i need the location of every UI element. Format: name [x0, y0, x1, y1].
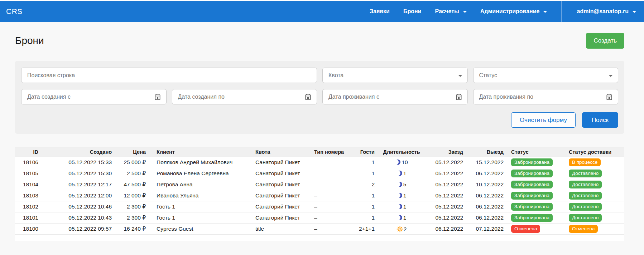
cell-status: Забронирована	[507, 212, 565, 224]
search-field-wrap	[21, 68, 317, 83]
status-badge: Забронирована	[511, 158, 553, 166]
cell-created: 05.12.2022 10:46	[42, 201, 115, 212]
clear-form-button[interactable]: Очистить форму	[511, 112, 576, 128]
chevron-down-icon	[609, 75, 613, 77]
filter-actions: Очистить форму Поиск	[21, 112, 618, 128]
status-select[interactable]: Статус	[473, 68, 619, 83]
cell-duration: 5	[378, 179, 425, 190]
calendar-icon[interactable]	[455, 93, 462, 100]
quota-select[interactable]: Квота	[322, 68, 468, 83]
filter-panel: Квота Статус	[15, 61, 624, 134]
cell-client: Иванова Ульяна	[149, 190, 249, 201]
quota-select-placeholder: Квота	[328, 72, 458, 79]
user-menu[interactable]: admin@sanatop.ru	[562, 1, 644, 22]
cell-delivery-status: Доставлено	[565, 201, 624, 212]
cell-delivery-status: Доставлено	[565, 168, 624, 179]
search-input[interactable]	[27, 72, 312, 79]
table-row[interactable]: 1810505.12.2022 15:302 500 ₽Романова Еле…	[15, 168, 624, 179]
date-stay-to-input[interactable]	[479, 94, 603, 100]
cell-guests: 2+1+1	[353, 224, 378, 235]
nav-item-administration[interactable]: Администрирование	[480, 1, 547, 22]
navbar-spacer	[23, 1, 356, 22]
cell-guests: 2	[353, 179, 378, 190]
status-badge: Доставлено	[569, 203, 602, 211]
bookings-table-wrap: IDСозданоЦенаКлиентКвотаТип номераГостиД…	[15, 147, 624, 241]
app-logo[interactable]: CRS	[6, 1, 23, 22]
column-header: Тип номера	[310, 147, 353, 157]
cell-check-in: 05.12.2022	[425, 157, 467, 168]
column-header: Квота	[249, 147, 310, 157]
date-created-to-input[interactable]	[178, 94, 302, 100]
chevron-down-icon	[633, 11, 636, 13]
main-nav: Заявки Брони Расчеты Администрирование	[356, 1, 547, 22]
nav-item-requests[interactable]: Заявки	[370, 1, 390, 22]
calendar-icon[interactable]	[304, 93, 312, 100]
date-stay-from-input[interactable]	[328, 94, 452, 100]
nav-item-label: Заявки	[370, 8, 390, 15]
cell-price: 47 500 ₽	[115, 179, 149, 190]
nav-item-bookings[interactable]: Брони	[403, 1, 422, 22]
status-badge: Забронирована	[511, 192, 553, 200]
table-body: 1810605.12.2022 15:3325 000 ₽Поляков Анд…	[15, 157, 624, 235]
filter-grid: Квота Статус	[21, 68, 618, 104]
column-header: Статус доставки	[565, 147, 624, 157]
table-row[interactable]: 1810005.12.2022 09:5716 240 ₽Cypress Gue…	[15, 224, 624, 235]
cell-guests: 1	[353, 212, 378, 224]
date-stay-from-field	[322, 89, 468, 104]
cell-delivery-status: Доставлено	[565, 190, 624, 201]
cell-id: 18105	[15, 168, 42, 179]
cell-duration: 1	[378, 190, 425, 201]
cell-check-out: 10.12.2022	[467, 179, 507, 190]
cell-id: 18100	[15, 224, 42, 235]
cell-room-type: –	[310, 212, 353, 224]
cell-id: 18104	[15, 179, 42, 190]
cell-guests: 1	[353, 190, 378, 201]
date-created-from-input[interactable]	[27, 94, 151, 100]
moon-icon	[397, 215, 402, 220]
cell-quota: Санаторий Пикет	[249, 157, 310, 168]
cell-check-in: 05.12.2022	[425, 179, 467, 190]
cell-created: 05.12.2022 15:30	[42, 168, 115, 179]
status-badge: Доставлено	[569, 181, 602, 188]
table-row[interactable]: 1810405.12.2022 12:1747 500 ₽Петрова Анн…	[15, 179, 624, 190]
moon-icon	[395, 160, 400, 165]
duration-value: 1	[403, 203, 407, 210]
duration-value: 10	[402, 159, 408, 165]
table-row[interactable]: 1810605.12.2022 15:3325 000 ₽Поляков Анд…	[15, 157, 624, 168]
nav-item-calculations[interactable]: Расчеты	[435, 1, 466, 22]
cell-check-in: 05.12.2022	[425, 190, 467, 201]
column-header: Гости	[353, 147, 378, 157]
duration-value: 1	[403, 170, 407, 176]
table-row[interactable]: 1810305.12.2022 12:0012 000 ₽Иванова Уль…	[15, 190, 624, 201]
status-badge: Отменена	[511, 225, 540, 233]
cell-status: Отменена	[507, 224, 565, 235]
calendar-icon[interactable]	[154, 93, 161, 100]
sun-icon	[397, 226, 403, 232]
date-created-from-field	[21, 89, 167, 104]
user-email: admin@sanatop.ru	[577, 8, 629, 15]
calendar-icon[interactable]	[606, 93, 613, 100]
create-button[interactable]: Создать	[586, 33, 624, 49]
cell-delivery-status: Доставлено	[565, 179, 624, 190]
cell-quota: title	[249, 224, 310, 235]
cell-price: 12 000 ₽	[115, 190, 149, 201]
moon-icon	[397, 204, 402, 209]
table-header-row: IDСозданоЦенаКлиентКвотаТип номераГостиД…	[15, 147, 624, 157]
chevron-down-icon	[463, 11, 467, 13]
chevron-down-icon	[458, 75, 462, 77]
search-button[interactable]: Поиск	[582, 112, 618, 128]
cell-room-type: –	[310, 201, 353, 212]
column-header: Выезд	[467, 147, 507, 157]
status-badge: Забронирована	[511, 170, 553, 177]
cell-status: Забронирована	[507, 168, 565, 179]
cell-created: 05.12.2022 09:57	[42, 224, 115, 235]
table-row[interactable]: 1810105.12.2022 10:432 300 ₽Гость 1Санат…	[15, 212, 624, 224]
status-badge: Доставлено	[569, 192, 602, 200]
cell-quota: Санаторий Пикет	[249, 168, 310, 179]
moon-icon	[397, 171, 402, 176]
nav-item-label: Администрирование	[480, 8, 540, 15]
cell-check-in: 05.12.2022	[425, 212, 467, 224]
column-header: Длительность	[378, 147, 425, 157]
cell-client: Петрова Анна	[149, 179, 249, 190]
table-row[interactable]: 1810205.12.2022 10:462 300 ₽Гость 1Санат…	[15, 201, 624, 212]
